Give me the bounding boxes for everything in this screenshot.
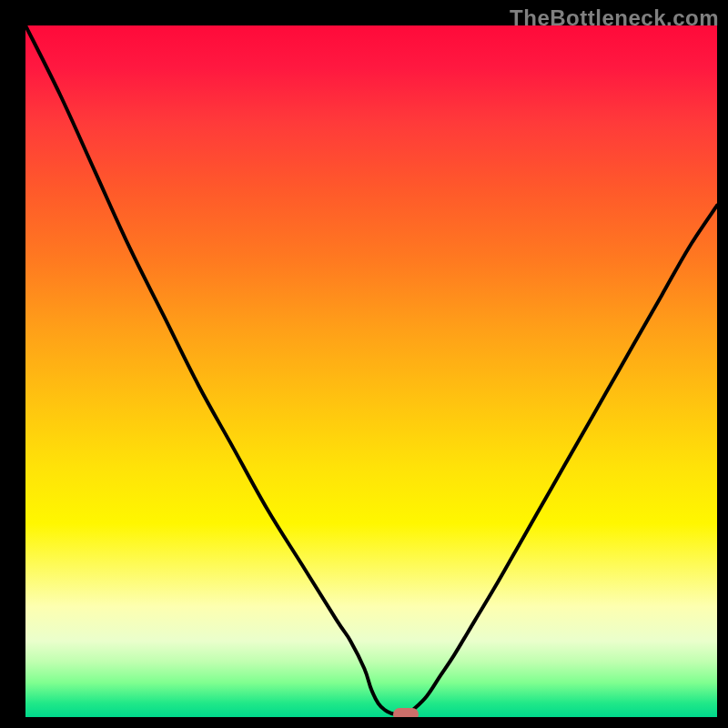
curve-holder [25,25,717,717]
watermark-text: TheBottleneck.com [510,5,719,31]
chart-stage: TheBottleneck.com [0,0,728,728]
curve-right-branch [413,206,717,711]
curve-left-branch [25,25,392,713]
bottleneck-curve [25,25,717,717]
plot-area [25,25,717,717]
optimum-marker [393,708,419,717]
